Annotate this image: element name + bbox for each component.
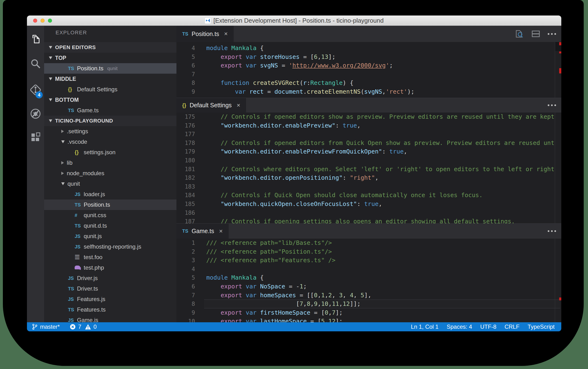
code-line[interactable]: export var svgNS = 'http://www.w3.org/20… <box>206 61 555 70</box>
tree-file[interactable]: TSPosition.ts <box>44 200 176 210</box>
more-actions-icon[interactable] <box>548 230 556 232</box>
tree-file[interactable]: JSloader.js <box>44 189 176 200</box>
close-button[interactable] <box>33 19 37 23</box>
error-marker <box>559 297 561 300</box>
code-line[interactable] <box>206 209 555 217</box>
code-line[interactable]: function createSVGRect(r:Rectangle) { <box>206 79 555 87</box>
twistie-expanded-icon <box>61 140 65 143</box>
code-line[interactable] <box>206 156 555 165</box>
tree-file[interactable]: TSFeatures.ts <box>44 304 176 315</box>
tab-position-ts[interactable]: TSPosition.ts✕ <box>176 26 234 42</box>
more-actions-icon[interactable] <box>548 104 556 106</box>
tree-file[interactable]: JSselfhosting-reporting.js <box>44 241 176 252</box>
tab-bar-actions <box>514 26 556 42</box>
code-line[interactable]: export var firstHomeSpace = [0,7]; <box>206 308 555 317</box>
tree-file[interactable]: ☰test.foo <box>44 252 176 262</box>
code-line[interactable]: // Controls if Quick Open should close a… <box>206 191 555 200</box>
twistie-expanded-icon <box>61 182 65 185</box>
status-error-circle[interactable]: 7 <box>69 323 81 330</box>
twistie-expanded-icon <box>49 119 52 122</box>
code-line[interactable]: // Controls if opened editors from Quick… <box>206 139 555 148</box>
tree-file[interactable]: JSqunit.js <box>44 231 176 241</box>
json-file-icon: {} <box>182 102 186 108</box>
tree-file[interactable]: JSGame.js <box>44 315 176 322</box>
code-line[interactable]: "workbench.editor.openPositioning": "rig… <box>206 174 555 182</box>
code-line[interactable]: /// <reference path="lib/Base.ts"/> <box>206 239 555 247</box>
code-line[interactable]: // Controls if opening settings also ope… <box>206 217 555 223</box>
code-line[interactable]: var rect = document.createElementNS(svgN… <box>206 87 555 96</box>
open-editor-item[interactable]: TSGame.ts <box>44 105 176 116</box>
tree-file[interactable]: JSFeatures.js <box>44 294 176 304</box>
git-icon[interactable]: 4 <box>27 82 44 97</box>
javascript-file-icon: JS <box>68 297 77 302</box>
status-git-branch[interactable]: master* <box>32 323 60 330</box>
code-line[interactable] <box>206 70 555 79</box>
code-line[interactable] <box>206 265 555 274</box>
code-line[interactable]: /// <reference path="Features.ts" /> <box>206 256 555 265</box>
open-editor-item[interactable]: TSPosition.tsqunit <box>44 63 176 74</box>
close-tab-icon[interactable]: ✕ <box>219 228 223 234</box>
code-line[interactable]: /// <reference path="Position.ts"/> <box>206 247 555 256</box>
zoom-button[interactable] <box>48 19 52 23</box>
code-line[interactable]: export var lastHomeSpace = [5,12]; <box>206 317 555 322</box>
tree-folder[interactable]: .vscode <box>44 137 176 147</box>
editor-group-header-bottom[interactable]: BOTTOM <box>44 95 176 105</box>
tree-folder[interactable]: node_modules <box>44 168 176 179</box>
code-line[interactable]: "workbench.editor.enablePreviewFromQuick… <box>206 147 555 156</box>
overview-ruler[interactable] <box>555 113 561 223</box>
tree-folder[interactable]: qunit <box>44 179 176 189</box>
search-doc-icon[interactable] <box>514 29 524 39</box>
tree-file[interactable]: TSqunit.d.ts <box>44 220 176 231</box>
editor-group-3: TSGame.ts✕12345678910/// <reference path… <box>176 223 561 322</box>
files-icon[interactable] <box>27 32 44 47</box>
code-line[interactable]: "workbench.quickOpen.closeOnFocusLost": … <box>206 200 555 209</box>
code-line[interactable]: export var storeHouses = [6,13]; <box>206 53 555 62</box>
status-warning-triangle[interactable]: 0 <box>85 323 97 330</box>
code-line[interactable]: module Mankala { <box>206 273 555 282</box>
debug-icon[interactable] <box>27 106 44 121</box>
code-line[interactable] <box>206 130 555 139</box>
split-editor-icon[interactable] <box>531 29 541 39</box>
editor-group-header-top[interactable]: TOP <box>44 53 176 63</box>
tree-file[interactable]: test.php <box>44 262 176 273</box>
editor-group-header-middle[interactable]: MIDDLE <box>44 74 176 84</box>
overview-ruler[interactable] <box>555 239 561 322</box>
status-item[interactable]: Spaces: 4 <box>447 323 472 330</box>
tree-file[interactable]: JSDriver.js <box>44 273 176 283</box>
code-line[interactable]: // Controls if opened editors show as pr… <box>206 113 555 121</box>
tree-file[interactable]: #qunit.css <box>44 210 176 220</box>
code-line[interactable]: export var homeSpaces = [[0,1,2, 3, 4, 5… <box>206 291 555 300</box>
tab-game-ts[interactable]: TSGame.ts✕ <box>176 224 229 239</box>
tree-folder[interactable]: lib <box>44 158 176 168</box>
git-badge: 4 <box>36 91 43 98</box>
section-header-open-editors[interactable]: OPEN EDITORS <box>44 42 176 53</box>
status-item[interactable]: CRLF <box>505 323 520 330</box>
tree-folder[interactable]: .settings <box>44 126 176 137</box>
code-line[interactable] <box>206 182 555 191</box>
tab-default-settings[interactable]: {}Default Settings✕ <box>176 98 246 113</box>
php-file-icon <box>75 265 84 271</box>
window-title-group: [Extension Development Host] - Position.… <box>205 17 384 24</box>
status-item[interactable]: TypeScript <box>528 323 555 330</box>
error-marker <box>559 68 561 73</box>
tree-file[interactable]: TSDriver.ts <box>44 283 176 294</box>
close-tab-icon[interactable]: ✕ <box>237 102 241 108</box>
code-line[interactable]: "workbench.editor.enablePreview": true, <box>206 121 555 130</box>
css-file-icon: # <box>75 213 84 218</box>
overview-ruler[interactable] <box>555 42 561 98</box>
section-header-ticino-playground[interactable]: TICINO-PLAYGROUND <box>44 116 176 126</box>
code-line[interactable]: module Mankala { <box>206 44 555 53</box>
close-tab-icon[interactable]: ✕ <box>224 31 228 37</box>
extensions-icon[interactable] <box>27 130 44 145</box>
code-line[interactable]: export var NoSpace = -1; <box>206 282 555 291</box>
code-line[interactable]: [7,8,9,10,11,12]]; <box>206 300 555 308</box>
tree-file[interactable]: {}settings.json <box>44 147 176 158</box>
status-item[interactable]: Ln 1, Col 1 <box>411 323 438 330</box>
minimize-button[interactable] <box>41 19 45 23</box>
code-line[interactable]: // Controls where editors open. Select '… <box>206 165 555 174</box>
open-editor-item[interactable]: {}Default Settings <box>44 84 176 95</box>
search-icon[interactable] <box>27 56 44 71</box>
status-item[interactable]: UTF-8 <box>480 323 496 330</box>
more-actions-icon[interactable] <box>548 33 556 35</box>
line-number-gutter: 175176177178179180181182183184185186187 <box>176 113 195 223</box>
